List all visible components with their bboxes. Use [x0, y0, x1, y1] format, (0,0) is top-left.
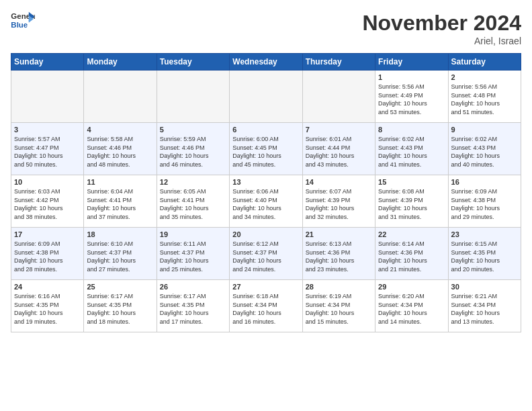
day-info: Sunrise: 6:13 AM Sunset: 4:36 PM Dayligh… — [306, 240, 372, 273]
calendar-cell: 6Sunrise: 6:00 AM Sunset: 4:45 PM Daylig… — [230, 123, 302, 175]
calendar-cell: 14Sunrise: 6:07 AM Sunset: 4:39 PM Dayli… — [302, 175, 375, 228]
weekday-header-monday: Monday — [84, 54, 157, 71]
day-info: Sunrise: 6:06 AM Sunset: 4:40 PM Dayligh… — [232, 187, 299, 221]
calendar-table: SundayMondayTuesdayWednesdayThursdayFrid… — [11, 53, 521, 332]
day-number: 10 — [14, 178, 81, 186]
calendar-cell: 26Sunrise: 6:17 AM Sunset: 4:35 PM Dayli… — [157, 280, 229, 332]
calendar-cell: 24Sunrise: 6:16 AM Sunset: 4:35 PM Dayli… — [11, 280, 84, 332]
day-info: Sunrise: 6:12 AM Sunset: 4:37 PM Dayligh… — [232, 240, 299, 273]
day-info: Sunrise: 6:07 AM Sunset: 4:39 PM Dayligh… — [306, 187, 372, 221]
day-info: Sunrise: 6:00 AM Sunset: 4:45 PM Dayligh… — [232, 135, 299, 169]
week-row-4: 17Sunrise: 6:09 AM Sunset: 4:38 PM Dayli… — [11, 228, 521, 280]
day-info: Sunrise: 6:08 AM Sunset: 4:39 PM Dayligh… — [378, 187, 445, 221]
day-info: Sunrise: 6:09 AM Sunset: 4:38 PM Dayligh… — [451, 187, 518, 221]
day-info: Sunrise: 6:15 AM Sunset: 4:35 PM Dayligh… — [451, 240, 518, 273]
day-number: 26 — [160, 283, 226, 291]
weekday-header-saturday: Saturday — [448, 54, 521, 71]
week-row-2: 3Sunrise: 5:57 AM Sunset: 4:47 PM Daylig… — [11, 123, 521, 175]
calendar-cell: 25Sunrise: 6:17 AM Sunset: 4:35 PM Dayli… — [84, 280, 157, 332]
calendar-cell — [11, 71, 84, 123]
calendar-cell: 8Sunrise: 6:02 AM Sunset: 4:43 PM Daylig… — [375, 123, 448, 175]
calendar-cell: 9Sunrise: 6:02 AM Sunset: 4:43 PM Daylig… — [448, 123, 521, 175]
day-info: Sunrise: 6:01 AM Sunset: 4:44 PM Dayligh… — [306, 135, 372, 169]
day-info: Sunrise: 6:21 AM Sunset: 4:34 PM Dayligh… — [451, 292, 518, 326]
calendar-cell: 10Sunrise: 6:03 AM Sunset: 4:42 PM Dayli… — [11, 175, 84, 228]
calendar-cell: 11Sunrise: 6:04 AM Sunset: 4:41 PM Dayli… — [84, 175, 157, 228]
day-number: 11 — [87, 178, 153, 186]
calendar-cell: 16Sunrise: 6:09 AM Sunset: 4:38 PM Dayli… — [448, 175, 521, 228]
calendar-cell: 29Sunrise: 6:20 AM Sunset: 4:34 PM Dayli… — [375, 280, 448, 332]
day-number: 2 — [451, 73, 518, 81]
day-info: Sunrise: 5:56 AM Sunset: 4:49 PM Dayligh… — [378, 83, 445, 116]
calendar-cell: 1Sunrise: 5:56 AM Sunset: 4:49 PM Daylig… — [375, 71, 448, 123]
weekday-header-sunday: Sunday — [11, 54, 84, 71]
day-number: 6 — [232, 126, 299, 134]
day-number: 22 — [378, 230, 445, 238]
day-number: 13 — [232, 178, 299, 186]
title-block: November 2024 Ariel, Israel — [362, 11, 521, 46]
day-info: Sunrise: 5:59 AM Sunset: 4:46 PM Dayligh… — [160, 135, 226, 169]
weekday-header-tuesday: Tuesday — [157, 54, 229, 71]
day-number: 18 — [87, 230, 153, 238]
day-number: 20 — [232, 230, 299, 238]
calendar-cell: 20Sunrise: 6:12 AM Sunset: 4:37 PM Dayli… — [230, 228, 302, 280]
svg-text:Blue: Blue — [11, 21, 28, 29]
day-info: Sunrise: 6:05 AM Sunset: 4:41 PM Dayligh… — [160, 187, 226, 221]
day-number: 7 — [306, 126, 372, 134]
weekday-header-row: SundayMondayTuesdayWednesdayThursdayFrid… — [11, 54, 521, 71]
weekday-header-thursday: Thursday — [302, 54, 375, 71]
header: General Blue November 2024 Ariel, Israel — [11, 11, 521, 46]
day-info: Sunrise: 6:14 AM Sunset: 4:36 PM Dayligh… — [378, 240, 445, 273]
calendar-cell — [230, 71, 302, 123]
logo-icon: General Blue — [11, 11, 35, 31]
day-info: Sunrise: 6:17 AM Sunset: 4:35 PM Dayligh… — [160, 292, 226, 326]
day-info: Sunrise: 6:16 AM Sunset: 4:35 PM Dayligh… — [14, 292, 81, 326]
day-number: 14 — [306, 178, 372, 186]
day-number: 28 — [306, 283, 372, 291]
calendar-cell: 22Sunrise: 6:14 AM Sunset: 4:36 PM Dayli… — [375, 228, 448, 280]
day-info: Sunrise: 6:03 AM Sunset: 4:42 PM Dayligh… — [14, 187, 81, 221]
day-number: 17 — [14, 230, 81, 238]
calendar-cell: 5Sunrise: 5:59 AM Sunset: 4:46 PM Daylig… — [157, 123, 229, 175]
day-info: Sunrise: 6:18 AM Sunset: 4:34 PM Dayligh… — [232, 292, 299, 326]
day-info: Sunrise: 6:02 AM Sunset: 4:43 PM Dayligh… — [378, 135, 445, 169]
day-number: 30 — [451, 283, 518, 291]
calendar-cell: 18Sunrise: 6:10 AM Sunset: 4:37 PM Dayli… — [84, 228, 157, 280]
month-title: November 2024 — [362, 11, 521, 36]
logo: General Blue — [11, 11, 35, 31]
calendar-cell: 17Sunrise: 6:09 AM Sunset: 4:38 PM Dayli… — [11, 228, 84, 280]
calendar-cell — [84, 71, 157, 123]
day-number: 24 — [14, 283, 81, 291]
weekday-header-wednesday: Wednesday — [230, 54, 302, 71]
day-number: 3 — [14, 126, 81, 134]
day-info: Sunrise: 5:56 AM Sunset: 4:48 PM Dayligh… — [451, 83, 518, 116]
day-number: 19 — [160, 230, 226, 238]
calendar-cell: 27Sunrise: 6:18 AM Sunset: 4:34 PM Dayli… — [230, 280, 302, 332]
week-row-3: 10Sunrise: 6:03 AM Sunset: 4:42 PM Dayli… — [11, 175, 521, 228]
day-info: Sunrise: 6:19 AM Sunset: 4:34 PM Dayligh… — [306, 292, 372, 326]
calendar-cell: 3Sunrise: 5:57 AM Sunset: 4:47 PM Daylig… — [11, 123, 84, 175]
day-number: 23 — [451, 230, 518, 238]
calendar-cell — [157, 71, 229, 123]
day-number: 21 — [306, 230, 372, 238]
day-number: 5 — [160, 126, 226, 134]
calendar-cell: 28Sunrise: 6:19 AM Sunset: 4:34 PM Dayli… — [302, 280, 375, 332]
calendar-cell: 19Sunrise: 6:11 AM Sunset: 4:37 PM Dayli… — [157, 228, 229, 280]
day-info: Sunrise: 6:11 AM Sunset: 4:37 PM Dayligh… — [160, 240, 226, 273]
calendar-cell: 21Sunrise: 6:13 AM Sunset: 4:36 PM Dayli… — [302, 228, 375, 280]
calendar-cell — [302, 71, 375, 123]
day-number: 12 — [160, 178, 226, 186]
week-row-1: 1Sunrise: 5:56 AM Sunset: 4:49 PM Daylig… — [11, 71, 521, 123]
day-number: 1 — [378, 73, 445, 81]
day-info: Sunrise: 5:58 AM Sunset: 4:46 PM Dayligh… — [87, 135, 153, 169]
location-subtitle: Ariel, Israel — [362, 36, 521, 46]
calendar-cell: 12Sunrise: 6:05 AM Sunset: 4:41 PM Dayli… — [157, 175, 229, 228]
day-info: Sunrise: 6:10 AM Sunset: 4:37 PM Dayligh… — [87, 240, 153, 273]
day-number: 8 — [378, 126, 445, 134]
day-number: 27 — [232, 283, 299, 291]
calendar-cell: 23Sunrise: 6:15 AM Sunset: 4:35 PM Dayli… — [448, 228, 521, 280]
weekday-header-friday: Friday — [375, 54, 448, 71]
calendar-cell: 4Sunrise: 5:58 AM Sunset: 4:46 PM Daylig… — [84, 123, 157, 175]
day-number: 25 — [87, 283, 153, 291]
week-row-5: 24Sunrise: 6:16 AM Sunset: 4:35 PM Dayli… — [11, 280, 521, 332]
